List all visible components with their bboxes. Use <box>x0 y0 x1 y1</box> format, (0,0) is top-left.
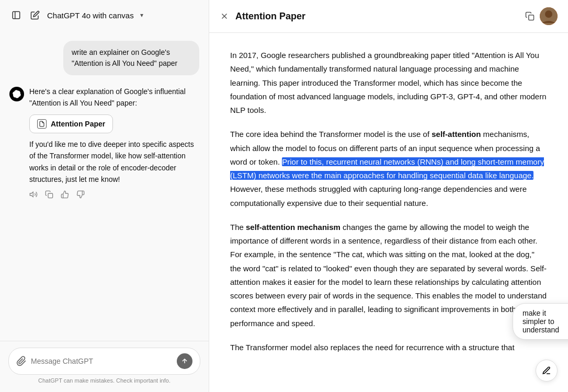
canvas-button-label: Attention Paper <box>51 120 105 128</box>
chat-input[interactable] <box>31 357 173 365</box>
svg-rect-0 <box>13 11 20 19</box>
follow-up-text: If you'd like me to dive deeper into spe… <box>29 139 199 186</box>
attach-button[interactable] <box>16 356 27 366</box>
svg-marker-2 <box>30 192 33 197</box>
selection-popup: make it simpler to understand <box>513 303 568 340</box>
paragraph-3: The self-attention mechanism changes the… <box>230 221 547 330</box>
assistant-content: Here's a clear explanation of Google's i… <box>29 86 199 199</box>
canvas-link-button[interactable]: Attention Paper <box>29 114 113 133</box>
chat-input-area: ChatGPT can make mistakes. Check importa… <box>0 341 209 392</box>
assistant-intro-text: Here's a clear explanation of Google's i… <box>29 86 199 109</box>
avatar <box>540 7 558 25</box>
assistant-message: Here's a clear explanation of Google's i… <box>9 86 199 199</box>
canvas-title: Attention Paper <box>235 11 519 22</box>
user-message-wrap: write an explainer on Google's "Attentio… <box>9 41 199 75</box>
thumbs-down-button[interactable] <box>76 190 85 199</box>
canvas-actions <box>525 7 558 25</box>
paragraph-2: The core idea behind the Transformer mod… <box>230 128 547 210</box>
model-title: ChatGPT 4o with canvas <box>47 11 134 20</box>
svg-rect-7 <box>529 15 534 20</box>
canvas-close-button[interactable] <box>220 11 229 21</box>
right-panel: Attention Paper In 2017, Googl <box>209 0 568 392</box>
svg-point-9 <box>545 10 552 18</box>
chat-input-row <box>8 348 200 375</box>
popup-text: make it simpler to understand <box>522 309 567 334</box>
left-header: ChatGPT 4o with canvas ▾ <box>0 0 209 30</box>
svg-rect-3 <box>48 193 53 198</box>
assistant-avatar <box>9 87 24 101</box>
send-button[interactable] <box>177 353 192 369</box>
paragraph-4: The Transformer model also replaces the … <box>230 341 547 354</box>
disclaimer: ChatGPT can make mistakes. Check importa… <box>8 375 200 388</box>
edit-button[interactable] <box>28 8 42 22</box>
user-bubble: write an explainer on Google's "Attentio… <box>63 41 199 75</box>
disclaimer-text: ChatGPT can make mistakes. Check importa… <box>38 377 171 384</box>
chevron-down-icon: ▾ <box>140 11 143 19</box>
document-icon <box>37 119 47 129</box>
canvas-text-area: In 2017, Google researchers published a … <box>230 49 547 354</box>
sidebar-toggle-button[interactable] <box>9 8 23 22</box>
copy-button[interactable] <box>45 190 53 199</box>
left-panel: ChatGPT 4o with canvas ▾ write an explai… <box>0 0 209 392</box>
canvas-header: Attention Paper <box>209 0 568 33</box>
pencil-button[interactable] <box>536 360 558 382</box>
speaker-button[interactable] <box>29 190 38 199</box>
duplicate-button[interactable] <box>525 11 535 21</box>
chat-area: write an explainer on Google's "Attentio… <box>0 30 209 341</box>
user-message-text: write an explainer on Google's "Attentio… <box>72 48 177 67</box>
canvas-body: In 2017, Google researchers published a … <box>209 33 568 392</box>
paragraph-1: In 2017, Google researchers published a … <box>230 49 547 117</box>
thumbs-up-button[interactable] <box>61 190 69 199</box>
message-actions <box>29 190 199 199</box>
